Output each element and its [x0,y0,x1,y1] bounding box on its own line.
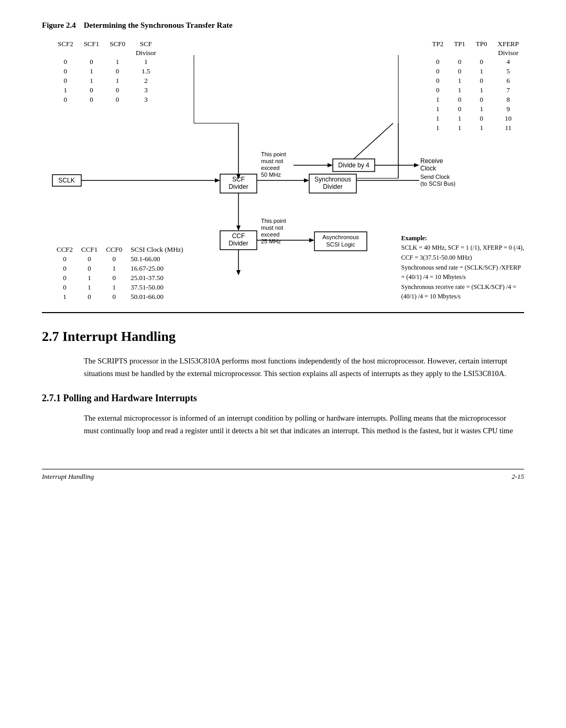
svg-marker-38 [236,270,241,275]
svg-text:Divider: Divider [323,183,342,190]
svg-text:Divide by 4: Divide by 4 [338,162,369,169]
svg-text:exceed: exceed [261,165,279,171]
svg-marker-33 [236,226,241,231]
section-2-7-1-heading: 2.7.1 Polling and Hardware Interrupts [42,393,524,404]
svg-text:must not: must not [261,224,283,231]
svg-text:Divider: Divider [228,183,248,190]
svg-marker-40 [309,238,314,242]
svg-text:(to SCSI Bus): (to SCSI Bus) [420,180,455,187]
svg-text:SCLK: SCLK [58,177,74,184]
footer-right: 2-15 [511,473,524,481]
figure-section: Figure 2.4 Determining the Synchronous T… [42,21,524,313]
svg-text:Clock: Clock [420,165,437,172]
svg-text:50 MHz: 50 MHz [261,172,281,178]
svg-text:CCF: CCF [232,232,245,240]
svg-marker-23 [414,163,419,167]
footer-left: Interrupt Handling [42,473,94,481]
section-2-7-1-body: The external microprocessor is informed … [84,412,514,437]
section-2-7: 2.7 Interrupt Handling The SCRIPTS proce… [42,329,524,380]
svg-text:Asynchronous: Asynchronous [322,234,359,240]
svg-text:SCSI Logic: SCSI Logic [326,241,355,248]
svg-text:Synchronous: Synchronous [314,176,351,183]
svg-marker-10 [304,178,309,183]
section-2-7-heading: 2.7 Interrupt Handling [42,329,524,345]
svg-text:must not: must not [261,158,283,164]
svg-text:This point: This point [261,218,286,224]
section-2-7-1: 2.7.1 Polling and Hardware Interrupts Th… [42,393,524,437]
page-footer: Interrupt Handling 2-15 [42,469,524,481]
section-2-7-body: The SCRIPTS processor in the LSI53C810A … [84,355,514,380]
svg-text:exceed: exceed [261,231,279,238]
figure-title: Figure 2.4 Determining the Synchronous T… [42,21,524,30]
svg-marker-19 [328,163,333,167]
page: Figure 2.4 Determining the Synchronous T… [0,0,566,512]
svg-text:Receive: Receive [420,157,443,165]
svg-line-26 [354,123,393,159]
svg-text:This point: This point [261,151,286,157]
example-text: Example: SCLK = 40 MHz, SCF = 1 (/1), XF… [401,233,524,302]
svg-text:25 MHz: 25 MHz [261,238,281,244]
svg-marker-3 [215,178,220,183]
svg-text:Divider: Divider [228,240,248,247]
svg-text:Send Clock: Send Clock [420,174,450,180]
